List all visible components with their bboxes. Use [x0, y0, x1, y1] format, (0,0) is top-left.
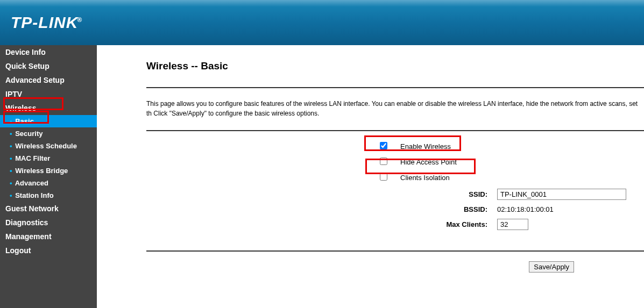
bullet-icon: • — [10, 154, 12, 162]
sidebar-subitem-basic[interactable]: • Basic — [0, 115, 97, 127]
save-apply-button[interactable]: Save/Apply — [529, 261, 574, 273]
max-clients-row: Max Clients: — [340, 219, 644, 230]
hide-ap-row: Hide Access Point — [367, 157, 644, 167]
bssid-value: 02:10:18:01:00:01 — [497, 205, 554, 213]
sidebar: Device Info Quick Setup Advanced Setup I… — [0, 45, 97, 308]
button-row: Save/Apply — [146, 252, 644, 273]
enable-wireless-checkbox[interactable] — [380, 142, 387, 149]
bssid-row: BSSID: 02:10:18:01:00:01 — [340, 205, 644, 213]
main-content: Wireless -- Basic This page allows you t… — [97, 45, 644, 308]
sidebar-subitem-station-info[interactable]: • Station Info — [0, 189, 97, 202]
sidebar-subitem-wireless-bridge[interactable]: • Wireless Bridge — [0, 164, 97, 177]
enable-wireless-label: Enable Wireless — [400, 142, 451, 151]
divider — [146, 87, 644, 88]
sidebar-item-guest-network[interactable]: Guest Network — [0, 202, 97, 216]
sidebar-subitem-wireless-schedule[interactable]: • Wireless Schedule — [0, 140, 97, 152]
sidebar-item-device-info[interactable]: Device Info — [0, 45, 97, 59]
max-clients-label: Max Clients: — [340, 220, 497, 228]
hide-ap-label: Hide Access Point — [400, 158, 457, 166]
bullet-icon: • — [10, 167, 12, 175]
sidebar-item-diagnostics[interactable]: Diagnostics — [0, 216, 97, 230]
ssid-label: SSID: — [340, 190, 497, 198]
sidebar-subitem-security[interactable]: • Security — [0, 127, 97, 140]
page-title: Wireless -- Basic — [146, 60, 644, 72]
ssid-row: SSID: — [340, 189, 644, 200]
sidebar-subitem-mac-filter[interactable]: • MAC Filter — [0, 152, 97, 164]
bullet-icon: • — [10, 142, 12, 150]
bullet-icon: • — [10, 117, 12, 125]
max-clients-input[interactable] — [497, 219, 528, 230]
sidebar-item-quick-setup[interactable]: Quick Setup — [0, 59, 97, 73]
sidebar-item-advanced-setup[interactable]: Advanced Setup — [0, 73, 97, 87]
bssid-label: BSSID: — [340, 205, 497, 213]
page-description: This page allows you to configure basic … — [146, 99, 644, 118]
logo: TP-LINK® — [11, 13, 82, 32]
clients-isolation-label: Clients Isolation — [400, 174, 450, 182]
form-checkbox-group: Enable Wireless Hide Access Point Client… — [367, 142, 644, 182]
bullet-icon: • — [10, 130, 12, 138]
sidebar-subitem-advanced[interactable]: • Advanced — [0, 177, 97, 189]
hide-ap-checkbox[interactable] — [380, 157, 387, 165]
sidebar-item-management[interactable]: Management — [0, 230, 97, 243]
header: TP-LINK® — [0, 0, 644, 45]
bullet-icon: • — [10, 191, 12, 199]
ssid-input[interactable] — [497, 189, 626, 200]
enable-wireless-row: Enable Wireless — [367, 142, 644, 151]
form-input-group: SSID: BSSID: 02:10:18:01:00:01 Max Clien… — [340, 189, 644, 230]
divider — [146, 130, 644, 131]
sidebar-item-logout[interactable]: Logout — [0, 243, 97, 257]
sidebar-item-iptv[interactable]: IPTV — [0, 87, 97, 101]
bullet-icon: • — [10, 179, 12, 187]
sidebar-item-wireless[interactable]: Wireless — [0, 101, 97, 115]
clients-isolation-checkbox[interactable] — [380, 173, 387, 181]
clients-isolation-row: Clients Isolation — [367, 173, 644, 182]
